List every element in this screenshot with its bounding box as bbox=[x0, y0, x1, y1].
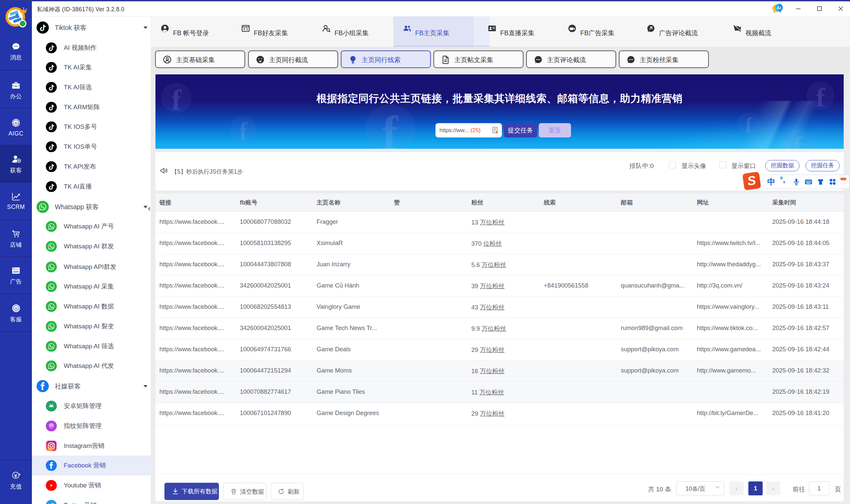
svg-text:Ai: Ai bbox=[777, 5, 781, 10]
